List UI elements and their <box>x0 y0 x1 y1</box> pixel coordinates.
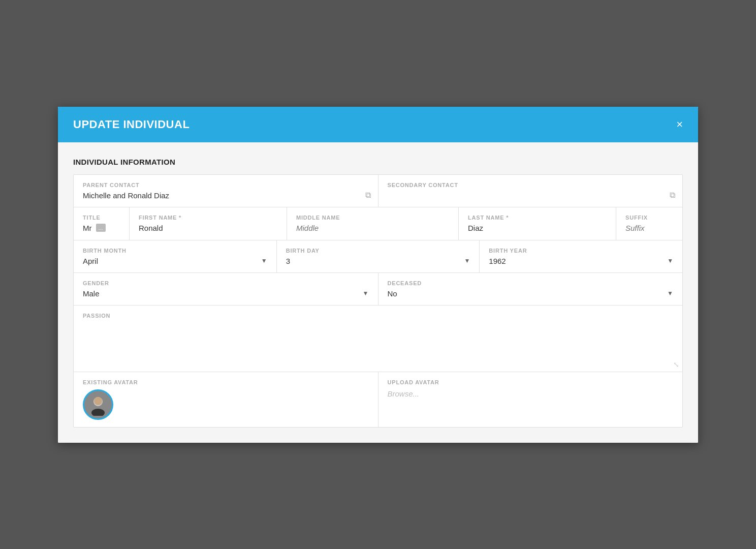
suffix-label: SUFFIX <box>625 215 673 221</box>
parent-contact-value: Michelle and Ronald Diaz <box>83 191 369 200</box>
birth-month-arrow: ▼ <box>261 257 267 264</box>
deceased-value: No <box>388 289 397 298</box>
title-label: TITLE <box>83 215 120 221</box>
existing-avatar-cell: EXISTING AVATAR <box>74 372 379 427</box>
deceased-select[interactable]: No ▼ <box>388 289 674 298</box>
middle-name-cell: MIDDLE NAME <box>287 207 459 240</box>
birth-month-select[interactable]: April ▼ <box>83 257 267 265</box>
gender-select[interactable]: Male ▼ <box>83 289 369 298</box>
birth-year-value: 1962 <box>489 257 506 265</box>
title-value-wrapper: Mr ... <box>83 224 120 232</box>
middle-name-input[interactable] <box>296 224 449 232</box>
update-individual-modal: UPDATE INDIVIDUAL × INDIVIDUAL INFORMATI… <box>58 107 698 443</box>
birth-row: BIRTH MONTH April ▼ BIRTH DAY 3 ▼ BIRTH … <box>74 240 682 273</box>
browse-text[interactable]: Browse... <box>388 389 674 398</box>
first-name-label: FIRST NAME * <box>139 215 277 221</box>
birth-day-label: BIRTH DAY <box>286 248 470 254</box>
parent-contact-label: PARENT CONTACT <box>83 182 369 188</box>
first-name-cell: FIRST NAME * <box>130 207 287 240</box>
avatar-image <box>83 389 113 420</box>
modal-body: INDIVIDUAL INFORMATION PARENT CONTACT Mi… <box>58 142 698 443</box>
secondary-contact-cell: SECONDARY CONTACT ⧉ <box>379 175 683 207</box>
parent-edit-icon[interactable]: ⧉ <box>365 191 371 200</box>
modal-header: UPDATE INDIVIDUAL × <box>58 107 698 142</box>
section-title: INDIVIDUAL INFORMATION <box>73 158 683 166</box>
birth-month-value: April <box>83 257 98 265</box>
birth-day-value: 3 <box>286 257 290 265</box>
first-name-input[interactable] <box>139 224 277 232</box>
gender-label: GENDER <box>83 280 369 286</box>
avatar-row: EXISTING AVATAR UPLOAD AVATAR <box>74 372 682 427</box>
last-name-cell: LAST NAME * <box>459 207 616 240</box>
birth-day-cell: BIRTH DAY 3 ▼ <box>277 240 480 272</box>
deceased-cell: DECEASED No ▼ <box>379 273 683 305</box>
deceased-label: DECEASED <box>388 280 674 286</box>
suffix-cell: SUFFIX <box>616 207 682 240</box>
gender-value: Male <box>83 289 100 298</box>
last-name-label: LAST NAME * <box>468 215 607 221</box>
parent-contact-cell: PARENT CONTACT Michelle and Ronald Diaz … <box>74 175 379 207</box>
birth-month-cell: BIRTH MONTH April ▼ <box>74 240 277 272</box>
title-value: Mr <box>83 224 92 232</box>
birth-year-arrow: ▼ <box>667 257 673 264</box>
form-section: PARENT CONTACT Michelle and Ronald Diaz … <box>73 174 683 428</box>
name-row: TITLE Mr ... FIRST NAME * MIDDLE NAME LA… <box>74 207 682 240</box>
birth-month-label: BIRTH MONTH <box>83 248 267 254</box>
avatar-svg <box>87 393 109 416</box>
passion-row: PASSION ⤡ <box>74 306 682 372</box>
gender-cell: GENDER Male ▼ <box>74 273 379 305</box>
title-badge[interactable]: ... <box>96 224 106 232</box>
upload-avatar-label: UPLOAD AVATAR <box>388 379 674 385</box>
modal-title: UPDATE INDIVIDUAL <box>73 118 190 131</box>
contact-row: PARENT CONTACT Michelle and Ronald Diaz … <box>74 175 682 207</box>
gender-arrow: ▼ <box>363 290 369 297</box>
birth-year-label: BIRTH YEAR <box>489 248 673 254</box>
last-name-input[interactable] <box>468 224 607 232</box>
birth-year-cell: BIRTH YEAR 1962 ▼ <box>480 240 682 272</box>
birth-day-arrow: ▼ <box>464 257 470 264</box>
upload-avatar-cell: UPLOAD AVATAR Browse... <box>379 372 683 427</box>
existing-avatar-label: EXISTING AVATAR <box>83 379 369 385</box>
title-cell: TITLE Mr ... <box>74 207 130 240</box>
svg-point-3 <box>94 397 102 405</box>
secondary-contact-label: SECONDARY CONTACT <box>388 182 674 188</box>
birth-day-select[interactable]: 3 ▼ <box>286 257 470 265</box>
passion-label: PASSION <box>83 313 673 319</box>
resize-handle: ⤡ <box>673 360 679 369</box>
secondary-edit-icon[interactable]: ⧉ <box>670 191 675 200</box>
passion-textarea[interactable] <box>83 322 673 362</box>
gender-row: GENDER Male ▼ DECEASED No ▼ <box>74 273 682 306</box>
deceased-arrow: ▼ <box>667 290 673 297</box>
birth-year-select[interactable]: 1962 ▼ <box>489 257 673 265</box>
close-button[interactable]: × <box>676 119 683 130</box>
middle-name-label: MIDDLE NAME <box>296 215 449 221</box>
suffix-input[interactable] <box>625 224 673 232</box>
